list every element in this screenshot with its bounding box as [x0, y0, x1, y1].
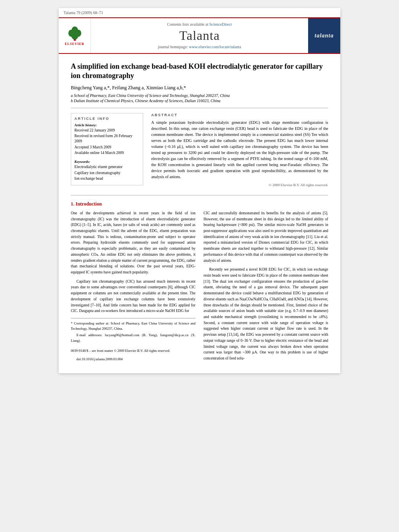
info-abstract-section: ARTICLE INFO Article history: Received 2… [71, 113, 328, 187]
footnote-area: * Corresponding author at: School of Pha… [71, 318, 195, 343]
talanta-logo-text: talanta [315, 33, 333, 39]
abstract-title: ABSTRACT [151, 113, 328, 117]
received-date: Received 22 January 2009 [74, 128, 140, 133]
doi-line: doi:10.1016/j.talanta.2009.03.004 [71, 357, 195, 362]
body-right-col: CIC and successfully demonstrated its be… [204, 210, 328, 365]
introduction-heading: 1. Introduction [71, 201, 328, 207]
right-para-2: Recently we presented a novel KOH EDG fo… [204, 267, 328, 362]
intro-para-1: One of the developments achieved in rece… [71, 210, 195, 275]
divider-2 [71, 195, 328, 195]
revised-date: Received in revised form 26 February 200… [74, 134, 140, 144]
svg-point-4 [72, 27, 78, 35]
intro-para-2: Capillary ion chromatography (CIC) has a… [71, 279, 195, 314]
elsevier-logo: ELSEVIER [59, 18, 91, 53]
article-info-box: ARTICLE INFO Article history: Received 2… [71, 113, 143, 185]
body-content: 1. Introduction One of the developments … [59, 201, 340, 373]
copyright-notice: © 2009 Elsevier B.V. All rights reserved… [151, 183, 328, 187]
email-1: lucyang06@hotmail.com (B. Yang), [105, 333, 158, 337]
sciencedirect-text: ScienceDirect [209, 22, 232, 27]
talanta-logo-box: talanta [308, 18, 340, 53]
authors-line: Bingcheng Yang a,*, Feifang Zhang a, Xin… [71, 85, 328, 91]
body-left-col: One of the developments achieved in rece… [71, 210, 195, 365]
journal-header-banner: ELSEVIER Contents lists available at Sci… [59, 18, 340, 54]
sciencedirect-link: Contents lists available at ScienceDirec… [167, 22, 232, 27]
journal-homepage: journal homepage: www.elsevier.com/locat… [158, 45, 241, 49]
abstract-text: A simple potassium hydroxide electrodial… [151, 119, 328, 180]
article-title: A simplified ion exchange bead-based KOH… [71, 62, 328, 81]
divider-1 [71, 108, 328, 108]
issn-line: 0039-9140/$ – see front matter © 2009 El… [71, 348, 195, 353]
affiliation-a: a School of Pharmacy, East China Univers… [71, 93, 328, 98]
bottom-info: 0039-9140/$ – see front matter © 2009 El… [71, 348, 195, 362]
article-page: Talanta 79 (2009) 68–71 ELSEVIER Content… [59, 8, 340, 373]
accepted-date: Accepted 3 March 2009 [74, 145, 140, 150]
history-label: Article history: [74, 123, 140, 127]
journal-reference-bar: Talanta 79 (2009) 68–71 [59, 8, 340, 18]
author-names: Bingcheng Yang a,*, Feifang Zhang a, Xin… [71, 85, 186, 90]
right-para-1: CIC and successfully demonstrated its be… [204, 210, 328, 263]
article-info-panel: ARTICLE INFO Article history: Received 2… [71, 113, 143, 187]
keywords-section: Keywords: Electrodialytic eluent generat… [74, 160, 140, 181]
star-note: * Corresponding author at: School of Pha… [71, 321, 195, 331]
affiliation-b: b Dalian Institute of Chemical Physics, … [71, 99, 328, 103]
email-label: E-mail addresses: [76, 333, 102, 337]
body-two-col: One of the developments achieved in rece… [71, 210, 328, 365]
homepage-url: www.elsevier.com/locate/talanta [189, 45, 241, 49]
article-info-title: ARTICLE INFO [74, 117, 140, 121]
affiliations: a School of Pharmacy, East China Univers… [71, 93, 328, 103]
elsevier-tree-icon [65, 25, 85, 41]
keyword-2: Capillary ion chromatography [74, 170, 140, 176]
abstract-panel: ABSTRACT A simple potassium hydroxide el… [151, 113, 328, 187]
journal-title: Talanta [179, 28, 220, 43]
elsevier-label: ELSEVIER [65, 42, 84, 46]
keyword-3: Ion exchange bead [74, 176, 140, 181]
keywords-label: Keywords: [74, 160, 140, 164]
keyword-1: Electrodialytic eluent generator [74, 164, 140, 170]
journal-center-header: Contents lists available at ScienceDirec… [91, 18, 308, 53]
article-header-section: A simplified ion exchange bead-based KOH… [59, 54, 340, 195]
available-date: Available online 14 March 2009 [74, 150, 140, 156]
journal-ref: Talanta 79 (2009) 68–71 [64, 10, 103, 15]
email-line: E-mail addresses: lucyang06@hotmail.com … [71, 333, 195, 343]
